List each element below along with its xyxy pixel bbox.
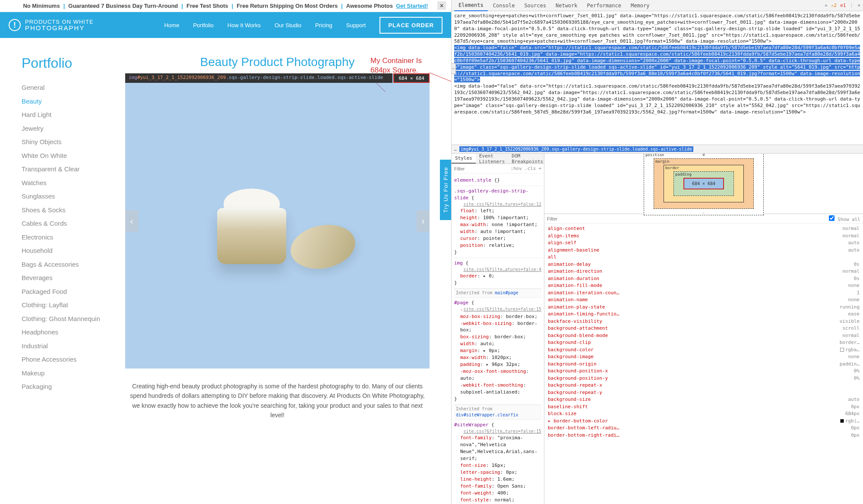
sidebar-item[interactable]: Clothing: Layflat xyxy=(22,298,108,312)
computed-filter-input[interactable] xyxy=(547,216,829,221)
computed-row[interactable]: alignment-baselineauto xyxy=(548,247,860,254)
computed-row[interactable]: background-sizeauto xyxy=(548,396,860,403)
computed-row[interactable]: background-colorrgba… xyxy=(548,346,860,354)
devtools-tab[interactable]: Sources xyxy=(520,0,550,11)
sidebar-item[interactable]: Industrial xyxy=(22,339,108,353)
dom-breadcrumb[interactable]: … img#yui_3_17_2_1_1522092006936_209.sqs… xyxy=(452,145,863,154)
sidebar-item[interactable]: Packaging xyxy=(22,380,108,394)
computed-row[interactable]: animation-delay0s xyxy=(548,261,860,268)
devtools-tab[interactable]: Elements xyxy=(454,0,488,11)
sidebar-item[interactable]: Jewelry xyxy=(22,122,108,135)
computed-row[interactable]: animation-timing-functio…ease xyxy=(548,311,860,318)
logo[interactable]: ! PRODUCTS ON WHITE PHOTOGRAPHY xyxy=(9,19,94,31)
sidebar-item[interactable]: Packaged Food xyxy=(22,285,108,299)
computed-row[interactable]: animation-duration0s xyxy=(548,275,860,283)
dom-tree[interactable]: ⋯ care_smoothing+eye+patches+with+cornfl… xyxy=(452,11,863,145)
nav-link[interactable]: Home xyxy=(164,22,179,28)
get-started-link[interactable]: Get Started! xyxy=(396,3,428,9)
computed-row[interactable]: backface-visibilityvisible xyxy=(548,318,860,325)
sidebar-item[interactable]: Sunglasses xyxy=(22,189,108,203)
devtools-close-icon[interactable]: × xyxy=(857,3,860,8)
nav-link[interactable]: Portfolio xyxy=(193,22,214,28)
nav-link[interactable]: Support xyxy=(346,22,366,28)
computed-row[interactable]: background-repeat-x xyxy=(548,382,860,389)
sidebar-item[interactable]: Transparent & Clear xyxy=(22,162,108,176)
devtools-tab[interactable]: Console xyxy=(489,0,519,11)
dom-node[interactable]: <img data-load="false" data-src="https:/… xyxy=(454,83,860,115)
sidebar-item[interactable]: General xyxy=(22,81,108,94)
computed-row[interactable]: animation-fill-modenone xyxy=(548,282,860,290)
computed-row[interactable]: animation-play-staterunning xyxy=(548,304,860,311)
computed-row[interactable]: animation-directionnormal xyxy=(548,268,860,275)
hov-toggle[interactable]: :hov xyxy=(510,166,522,171)
computed-row[interactable]: background-originpaddin… xyxy=(548,361,860,368)
styles-rules[interactable]: element.style {}.sqs-gallery-design-stri… xyxy=(452,173,544,504)
sidebar-item[interactable]: Household xyxy=(22,244,108,258)
breadcrumb-current[interactable]: img#yui_3_17_2_1_1522092006936_209.sqs-g… xyxy=(459,146,693,152)
nav-link[interactable]: How It Works xyxy=(228,22,261,28)
computed-row[interactable]: background-position-y0% xyxy=(548,375,860,382)
dom-node[interactable]: care_smoothing+eye+patches+with+cornflow… xyxy=(454,13,860,45)
nav-link[interactable]: Our Studio xyxy=(275,22,301,28)
computed-row[interactable]: all xyxy=(548,254,860,261)
nav-link[interactable]: Pricing xyxy=(315,22,332,28)
computed-row[interactable]: background-position-x0% xyxy=(548,368,860,375)
computed-row[interactable]: border-bottom-left-radiu…0px xyxy=(548,425,860,432)
product-image xyxy=(200,161,355,281)
inspect-selector: img#yui_3_17_2_1_1522092006936_209.sqs-g… xyxy=(125,73,392,83)
devtools-tab[interactable]: Network xyxy=(551,0,582,11)
sidebar-item[interactable]: Headphones xyxy=(22,325,108,339)
sidebar-item[interactable]: Cables & Cords xyxy=(22,217,108,230)
computed-row[interactable]: ▸ border-bottom-colorrgb(… xyxy=(548,418,860,425)
sidebar-item[interactable]: Electronics xyxy=(22,230,108,244)
computed-row[interactable]: border-bottom-right-radi…0px xyxy=(548,432,860,439)
computed-row[interactable]: background-clipborder… xyxy=(548,339,860,346)
try-free-tab[interactable]: Try Us For Free xyxy=(440,160,451,220)
box-model[interactable]: position 0 margin border padding 684 × 6… xyxy=(544,154,863,214)
sidebar-item[interactable]: White On White xyxy=(22,149,108,163)
gallery-slide[interactable]: ‹ › xyxy=(125,73,430,369)
place-order-button[interactable]: PLACE ORDER xyxy=(379,17,443,34)
devtools-tab[interactable]: Performance xyxy=(583,0,626,11)
gallery-next-button[interactable]: › xyxy=(417,210,430,232)
computed-row[interactable]: align-contentnormal xyxy=(548,225,860,233)
styles-filter-input[interactable] xyxy=(454,166,489,171)
computed-row[interactable]: block-size684px xyxy=(548,410,860,418)
computed-row[interactable]: background-imagenone xyxy=(548,353,860,361)
devtools-tab[interactable]: Memory xyxy=(626,0,654,11)
computed-list[interactable]: align-contentnormalalign-itemsnormalalig… xyxy=(544,224,863,504)
sidebar-item[interactable]: Bags & Accessories xyxy=(22,258,108,271)
sidebar-item[interactable]: Watches xyxy=(22,176,108,190)
bm-margin-label: margin xyxy=(655,159,670,164)
promo-close-button[interactable]: × xyxy=(437,1,446,10)
computed-row[interactable]: background-blend-modenormal xyxy=(548,332,860,340)
warning-icon[interactable]: ⚠2 xyxy=(831,3,837,8)
bm-val: 0 xyxy=(702,154,705,157)
computed-row[interactable]: align-selfauto xyxy=(548,239,860,247)
error-icon[interactable]: ⊘1 xyxy=(840,3,846,8)
devtools-menu-icon[interactable]: ⋮ xyxy=(849,3,854,8)
dom-node-selected[interactable]: <img data-load="false" data-src="https:/… xyxy=(454,45,860,83)
cls-toggle[interactable]: .cls xyxy=(525,166,536,171)
bm-padding-label: padding xyxy=(675,172,692,176)
sidebar-item[interactable]: Shoes & Socks xyxy=(22,203,108,217)
show-all-checkbox[interactable]: Show all xyxy=(829,215,860,222)
sidebar-item[interactable]: Beauty xyxy=(22,94,108,108)
sidebar-item[interactable]: Shiny Objects xyxy=(22,135,108,149)
add-rule-button[interactable]: + xyxy=(538,166,541,171)
computed-row[interactable]: background-attachmentscroll xyxy=(548,325,860,332)
sidebar-item[interactable]: Beverages xyxy=(22,271,108,285)
computed-row[interactable]: animation-iteration-coun…1 xyxy=(548,290,860,297)
computed-row[interactable]: background-repeat-y xyxy=(548,389,860,397)
sidebar-item[interactable]: Hard Light xyxy=(22,108,108,122)
computed-row[interactable]: baseline-shift0px xyxy=(548,403,860,411)
gallery-prev-button[interactable]: ‹ xyxy=(125,210,138,232)
devtools-drag-handle[interactable]: ⋯ xyxy=(452,63,456,74)
styles-sub-tab[interactable]: Styles xyxy=(452,154,476,164)
sidebar-item[interactable]: Makeup xyxy=(22,366,108,380)
logo-mark-icon: ! xyxy=(9,19,21,31)
computed-row[interactable]: animation-namenone xyxy=(548,296,860,304)
sidebar-item[interactable]: Phone Accessories xyxy=(22,353,108,366)
computed-row[interactable]: align-itemsnormal xyxy=(548,233,860,240)
sidebar-item[interactable]: Clothing: Ghost Mannequin xyxy=(22,312,108,326)
